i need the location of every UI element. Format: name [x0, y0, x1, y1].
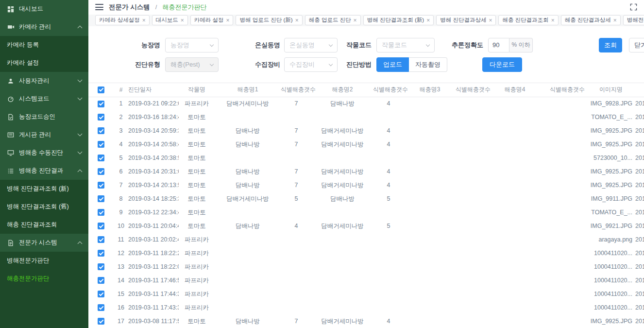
tab[interactable]: 해충 업로드 진단 × [305, 15, 361, 25]
crop-code-select[interactable]: 작물코드 [376, 38, 435, 52]
table-row[interactable]: 22019-03-16 18:24:43토마토TOMATO_E_...2019 [88, 110, 644, 124]
cell-checkbox [88, 97, 114, 110]
sidebar-item-system-code[interactable]: 시스템코드 [0, 90, 88, 108]
table-row[interactable]: 162019-03-11 17:43:34파프리카1000411020...20… [88, 301, 644, 314]
sidebar-item-farm-code-approval[interactable]: 농장코드승인 [0, 108, 88, 126]
row-checkbox[interactable] [98, 114, 104, 121]
sidebar-item-camera-settings[interactable]: 카메라 설정 [0, 54, 88, 72]
sidebar-item-user-management[interactable]: 사용자관리 [0, 72, 88, 90]
row-checkbox[interactable] [98, 250, 104, 257]
table-row[interactable]: 32019-03-14 20:59:38토마토담배나방7담배거세미나방4IMG_… [88, 124, 644, 138]
table-row[interactable]: 132019-03-11 18:22:03파프리카1000411020...20… [88, 260, 644, 274]
sidebar-item-board-management[interactable]: 게시판 관리 [0, 126, 88, 144]
tab[interactable]: 병해 진단결과상세 × [436, 15, 496, 25]
row-checkbox[interactable] [98, 168, 104, 175]
cell-crop: 토마토 [179, 110, 215, 124]
table-row[interactable]: 122019-03-11 18:22:20파프리카1000411020...20… [88, 246, 644, 260]
search-button[interactable]: 조회 [599, 38, 622, 52]
row-checkbox[interactable] [98, 155, 104, 161]
table-row[interactable]: 112019-03-11 20:02:41파프리카aragaya.png2019 [88, 233, 644, 246]
list-icon [7, 167, 15, 175]
table-row[interactable]: 62019-03-14 20:31:03토마토담배나방7담배거세미나방4IMG_… [88, 165, 644, 178]
sidebar-item-diagnosis-results[interactable]: 병해충 진단결과 [0, 162, 88, 180]
tab-close-icon[interactable]: × [426, 17, 430, 23]
auto-capture-method-button[interactable]: 자동촬영 [409, 57, 447, 72]
hamburger-menu-icon[interactable] [95, 4, 103, 10]
tab[interactable]: 병해 진단결과조회 (新) × [363, 15, 434, 25]
row-checkbox[interactable] [98, 223, 104, 229]
download-button[interactable]: 다운로드 [482, 57, 522, 72]
upload-method-button[interactable]: 업로드 [376, 57, 409, 72]
device-select[interactable]: 수집장비 [284, 57, 338, 72]
row-checkbox[interactable] [98, 101, 104, 107]
column-header-pest4: 해충명4 [485, 83, 545, 97]
tab[interactable]: 병해 업로드 진단 (新) × [236, 15, 302, 25]
row-checkbox[interactable] [98, 195, 104, 202]
row-checkbox[interactable] [98, 209, 104, 216]
table-row[interactable]: 142019-03-11 17:46:58파프리카1000411020...20… [88, 274, 644, 287]
table-row[interactable]: 152019-03-11 17:44:33파프리카1000411020...20… [88, 287, 644, 301]
row-checkbox[interactable] [98, 127, 104, 134]
row-checkbox[interactable] [98, 304, 104, 311]
sidebar-item-label: 농장코드승인 [19, 113, 55, 121]
fullscreen-icon[interactable] [630, 3, 637, 11]
table-row[interactable]: 92019-03-12 22:34:44토마토TOMATO_E_...2019 [88, 206, 644, 219]
tab-close-icon[interactable]: × [354, 17, 357, 23]
sidebar-item-manual-diagnosis[interactable]: 병해충 수동진단 [0, 144, 88, 162]
tab[interactable]: 대시보드 × [152, 15, 188, 25]
tab[interactable]: 카메라 상세설정 × [95, 15, 150, 25]
table-row[interactable]: 72019-03-14 20:13:53토마토담배나방7담배거세미나방4IMG_… [88, 178, 644, 192]
cell-image: 5723000_10... [590, 151, 632, 165]
tab[interactable]: 해충 진단결과상세 × [561, 15, 621, 25]
sidebar-item-disease-result-old[interactable]: 병해 진단결과조회 (舊) [0, 198, 88, 216]
farm-select[interactable]: 농장명 [165, 38, 219, 52]
row-checkbox[interactable] [98, 141, 104, 148]
accuracy-input[interactable] [488, 38, 509, 52]
cell-pest2: 담배거세미나방 [312, 165, 373, 178]
table-row[interactable]: 172019-03-08 11:17:59토마토담배나방7담배거세미나방4IMG… [88, 314, 644, 328]
sidebar-item-disease-result-new[interactable]: 병해 진단결과조회 (新) [0, 180, 88, 198]
cell-date: 2019-03-11 17:43:34 [128, 301, 179, 314]
table-row[interactable]: 52019-03-14 20:38:56토마토5723000_10...2019 [88, 151, 644, 165]
select-all-checkbox[interactable] [98, 86, 104, 93]
cell-pest4 [485, 192, 545, 206]
sidebar-item-pest-result[interactable]: 해충 진단결과조회 [0, 216, 88, 234]
cell-crop: 파프리카 [179, 246, 215, 260]
cell-checkbox [88, 314, 114, 328]
sidebar-item-dashboard[interactable]: 대시보드 [0, 0, 88, 18]
sidebar-item-camera-register[interactable]: 카메라 등록 [0, 36, 88, 54]
tab-label: 병해전문가판단 [627, 17, 644, 24]
table-row[interactable]: 12019-03-21 09:22:00파프리카담배거세미나방7담배나방4IMG… [88, 97, 644, 110]
tab-close-icon[interactable]: × [613, 17, 617, 23]
table-row[interactable]: 82019-03-14 18:25:32토마토담배거세미나방5담배나방5IMG_… [88, 192, 644, 206]
row-checkbox[interactable] [98, 236, 104, 243]
greenhouse-select[interactable]: 온실동명 [284, 38, 338, 52]
diagnosis-type-select[interactable]: 해충(Pest) [165, 57, 219, 72]
sidebar-item-pest-expert-judgment[interactable]: 해충전문가판단 [0, 270, 88, 288]
tab[interactable]: 해충 진단결과조회 × [498, 15, 558, 25]
table-row[interactable]: 42019-03-14 20:58:46토마토담배나방7담배거세미나방4IMG_… [88, 138, 644, 151]
tab-close-icon[interactable]: × [295, 17, 299, 23]
row-checkbox[interactable] [98, 318, 104, 325]
cell-num: 14 [114, 274, 128, 287]
close-button[interactable]: 닫기 [629, 38, 644, 52]
cell-image: TOMATO_E_... [590, 110, 632, 124]
cell-count1: 7 [281, 314, 312, 328]
sidebar-item-camera-management[interactable]: 카메라 관리 [0, 18, 88, 36]
sidebar-item-expert-system[interactable]: 전문가 시스템 [0, 234, 88, 252]
tab-close-icon[interactable]: × [142, 17, 146, 23]
tab-close-icon[interactable]: × [181, 17, 184, 23]
tab[interactable]: 카메라 설정 × [190, 15, 234, 25]
cell-image: 1000411020... [590, 246, 632, 260]
row-checkbox[interactable] [98, 263, 104, 270]
table-row[interactable]: 102019-03-11 20:04:40토마토담배나방4담배거세미나방5IMG… [88, 219, 644, 233]
row-checkbox[interactable] [98, 277, 104, 284]
row-checkbox[interactable] [98, 182, 104, 189]
sidebar-item-disease-expert-judgment[interactable]: 병해전문가판단 [0, 252, 88, 270]
tab[interactable]: 병해전문가판단 × [623, 15, 644, 25]
cell-pest2: 담배거세미나방 [312, 138, 373, 151]
tab-close-icon[interactable]: × [226, 17, 229, 23]
row-checkbox[interactable] [98, 291, 104, 297]
tab-close-icon[interactable]: × [551, 17, 555, 23]
tab-close-icon[interactable]: × [489, 17, 492, 23]
